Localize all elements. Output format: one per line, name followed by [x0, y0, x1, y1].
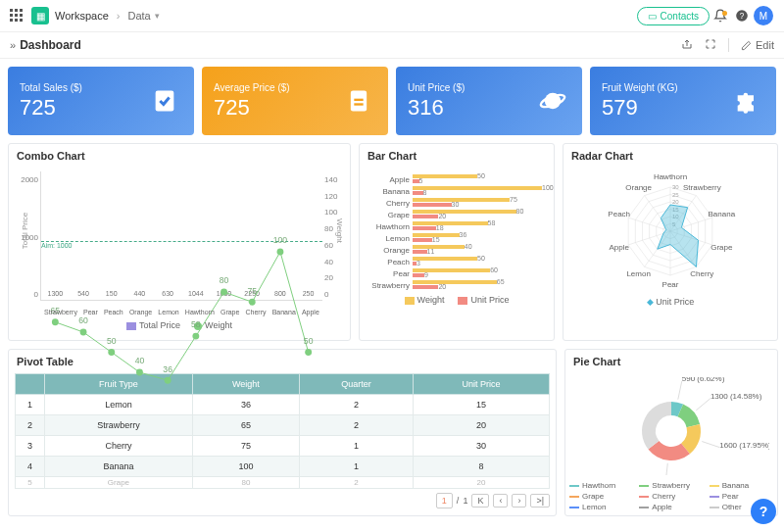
collapse-icon[interactable]: »: [10, 39, 16, 51]
svg-text:Lemon: Lemon: [626, 269, 650, 278]
bar-row: Grape8020: [368, 209, 542, 220]
legend-item[interactable]: Lemon: [569, 503, 633, 511]
notifications-icon[interactable]: [710, 9, 731, 23]
svg-point-14: [136, 369, 143, 376]
topbar: ▦ Workspace › Data ▾ ▭ Contacts ? M: [0, 0, 784, 32]
avatar[interactable]: M: [753, 6, 774, 25]
card-total-sales[interactable]: Total Sales ($) 725: [8, 67, 194, 135]
svg-text:Cherry: Cherry: [690, 269, 713, 278]
svg-text:36: 36: [163, 364, 172, 374]
page-title: Dashboard: [20, 38, 81, 52]
legend-item[interactable]: Cherry: [639, 492, 703, 501]
svg-line-63: [696, 399, 710, 411]
table-pager: 1 / 1 K ‹ › >|: [9, 489, 556, 512]
svg-text:75: 75: [247, 286, 257, 296]
puzzle-icon: [733, 87, 760, 115]
svg-text:Hawthorn: Hawthorn: [654, 172, 687, 181]
bar-row: Apple505: [368, 173, 542, 185]
chevron-down-icon[interactable]: ▾: [155, 11, 160, 21]
workspace-badge-icon: ▦: [31, 7, 49, 24]
check-doc-icon: [151, 87, 178, 115]
svg-line-61: [678, 381, 682, 400]
svg-text:Peach: Peach: [608, 210, 630, 218]
card-avg-price[interactable]: Average Price ($) 725: [202, 67, 388, 135]
panel-title: Bar Chart: [360, 144, 554, 168]
fullscreen-icon[interactable]: [705, 38, 716, 52]
table-row[interactable]: 4Banana10018: [16, 457, 550, 477]
help-icon[interactable]: ?: [731, 9, 753, 23]
legend-item[interactable]: Grape: [569, 492, 633, 501]
svg-point-10: [80, 329, 87, 336]
svg-text:60: 60: [78, 315, 88, 325]
svg-point-22: [249, 299, 256, 306]
svg-rect-4: [354, 99, 363, 101]
stat-cards-row: Total Sales ($) 725 Average Price ($) 72…: [0, 59, 784, 143]
pager-prev-button[interactable]: ‹: [493, 494, 508, 508]
breadcrumb-workspace[interactable]: Workspace: [55, 10, 109, 22]
bar-row: Orange4011: [368, 244, 542, 256]
bar-row: Pear609: [368, 267, 542, 279]
svg-text:30: 30: [672, 184, 679, 190]
legend-item[interactable]: Apple: [639, 503, 703, 511]
file-icon: [345, 87, 372, 115]
combo-chart-panel: Combo Chart Total Price Weight 200010000…: [8, 143, 351, 341]
pager-next-button[interactable]: ›: [512, 494, 526, 508]
pager-first-button[interactable]: K: [471, 494, 489, 508]
panel-title: Pie Chart: [565, 350, 777, 373]
card-unit-price[interactable]: Unit Price ($) 316: [396, 67, 582, 135]
share-icon[interactable]: [681, 38, 693, 52]
svg-point-8: [52, 318, 59, 325]
legend-item[interactable]: Hawthorn: [569, 481, 633, 490]
svg-rect-5: [354, 103, 363, 105]
svg-text:50: 50: [107, 336, 117, 346]
pager-last-button[interactable]: >|: [530, 494, 550, 508]
svg-line-67: [665, 463, 667, 475]
card-fruit-weight[interactable]: Fruit Weight (KG) 579: [590, 67, 776, 135]
sub-header: » Dashboard Edit: [0, 32, 784, 59]
help-fab-button[interactable]: ?: [751, 499, 776, 524]
svg-text:Orange: Orange: [625, 183, 652, 192]
svg-text:20: 20: [672, 199, 679, 205]
svg-text:Apple: Apple: [609, 243, 629, 252]
svg-line-65: [702, 442, 719, 448]
bar-chart-panel: Bar Chart Apple505Banana1008Cherry7530Gr…: [359, 143, 555, 341]
contacts-label: Contacts: [661, 11, 699, 22]
svg-point-26: [305, 349, 312, 356]
panel-title: Combo Chart: [9, 144, 350, 168]
svg-text:Banana: Banana: [709, 210, 736, 218]
y-axis-right-label: Weight: [335, 218, 344, 243]
svg-point-18: [192, 333, 199, 340]
svg-text:40: 40: [135, 356, 145, 365]
svg-text:58: 58: [191, 319, 201, 329]
bar-row: Strawberry6520: [368, 279, 542, 291]
bar-row: Peach503: [368, 256, 542, 267]
pager-total: 1: [463, 496, 467, 506]
breadcrumb-sep-icon: ›: [117, 10, 121, 22]
svg-text:25: 25: [672, 192, 679, 198]
contacts-icon: ▭: [648, 11, 657, 22]
svg-point-24: [277, 249, 284, 256]
apps-grid-icon[interactable]: [10, 9, 24, 23]
svg-text:Grape: Grape: [710, 243, 733, 252]
bar-row: Hawthorn5818: [368, 220, 542, 232]
contacts-button[interactable]: ▭ Contacts: [637, 7, 710, 25]
svg-text:?: ?: [740, 12, 745, 21]
y-axis-left-label: Total Price: [21, 213, 29, 249]
svg-point-20: [220, 289, 227, 296]
legend-item[interactable]: Banana: [710, 481, 773, 490]
bar-legend: Weight Unit Price: [366, 293, 548, 309]
svg-point-12: [108, 349, 115, 356]
svg-text:1600 (17.95%): 1600 (17.95%): [719, 441, 769, 450]
panel-title: Radar Chart: [564, 144, 777, 168]
svg-text:50: 50: [304, 336, 314, 346]
svg-text:1300 (14.58%): 1300 (14.58%): [710, 392, 762, 401]
legend-item[interactable]: Strawberry: [639, 481, 703, 490]
radar-legend: ◆ Unit Price: [564, 295, 777, 311]
svg-text:590 (6.62%): 590 (6.62%): [682, 377, 725, 383]
edit-button[interactable]: Edit: [741, 39, 774, 51]
breadcrumb-page[interactable]: Data: [128, 10, 151, 22]
bar-row: Lemon3615: [368, 232, 542, 244]
svg-point-16: [165, 377, 172, 384]
pager-current[interactable]: 1: [436, 493, 453, 508]
radar-chart-panel: Radar Chart 51015202530HawthornStrawberr…: [563, 143, 778, 341]
